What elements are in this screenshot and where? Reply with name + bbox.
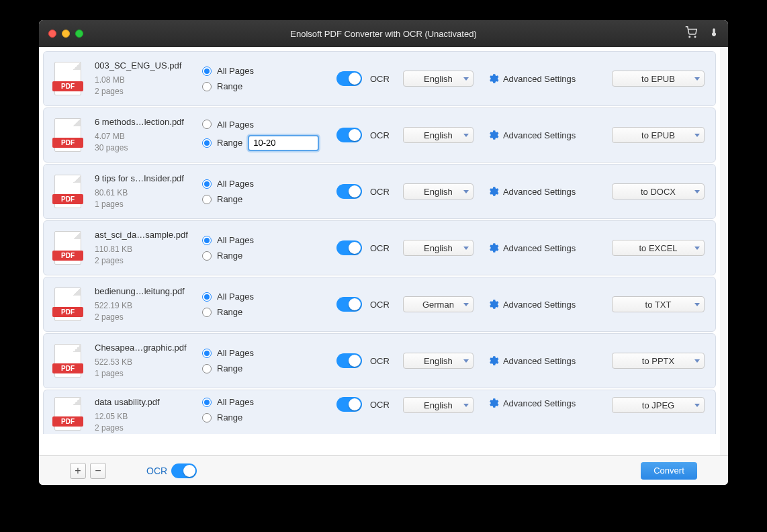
gear-icon [487,298,499,310]
file-list: PDF003_SC_ENG_US.pdf1.08 MB2 pagesAll Pa… [39,47,720,455]
file-row[interactable]: PDF003_SC_ENG_US.pdf1.08 MB2 pagesAll Pa… [43,51,716,106]
window-controls [48,30,83,38]
file-size: 522.53 KB [95,357,189,368]
advanced-settings-button[interactable]: Advanced Settings [487,355,576,367]
file-name: Chesapea…graphic.pdf [95,343,189,353]
app-window: Enolsoft PDF Converter with OCR (Unactiv… [39,20,728,485]
all-pages-radio[interactable] [202,398,212,407]
advanced-label: Advanced Settings [503,187,576,197]
file-row[interactable]: PDFChesapea…graphic.pdf522.53 KB1 pagesA… [43,333,716,388]
scrollbar[interactable] [720,47,728,455]
content-area: PDF003_SC_ENG_US.pdf1.08 MB2 pagesAll Pa… [39,47,728,455]
file-meta: data usability.pdf12.05 KB2 pages [95,397,189,434]
all-pages-radio[interactable] [202,292,212,302]
ocr-label: OCR [370,356,390,366]
file-meta: bedienung…leitung.pdf522.19 KB2 pages [95,286,189,323]
advanced-settings-button[interactable]: Advanced Settings [487,397,576,409]
pdf-badge: PDF [52,194,83,204]
file-row[interactable]: PDF9 tips for s…Insider.pdf80.61 KB1 pag… [43,164,716,219]
cart-icon[interactable] [685,26,697,41]
language-select[interactable]: English [403,127,473,143]
format-select[interactable]: to EPUB [612,71,705,87]
zoom-window-button[interactable] [75,30,83,38]
format-select[interactable]: to DOCX [612,183,705,200]
remove-file-button[interactable]: − [90,463,106,479]
file-meta: 6 methods…lection.pdf4.07 MB30 pages [95,117,189,154]
range-radio[interactable] [202,82,212,91]
format-select[interactable]: to EPUB [612,127,705,143]
advanced-label: Advanced Settings [503,398,576,408]
ocr-toggle[interactable] [336,184,362,199]
range-radio[interactable] [202,251,212,261]
advanced-label: Advanced Settings [503,300,576,310]
gear-icon [487,185,499,197]
advanced-settings-button[interactable]: Advanced Settings [487,129,576,141]
format-select[interactable]: to TXT [612,296,705,312]
all-pages-radio[interactable] [202,120,212,129]
all-pages-label: All Pages [217,66,254,76]
page-selection: All PagesRange [202,66,323,91]
all-pages-radio[interactable] [202,179,212,189]
ocr-group: OCR [336,353,390,368]
add-file-button[interactable]: + [70,463,86,479]
file-name: 003_SC_ENG_US.pdf [95,60,189,71]
format-select[interactable]: to EXCEL [612,240,705,256]
file-row[interactable]: PDFbedienung…leitung.pdf522.19 KB2 pages… [43,277,716,332]
global-ocr-toggle[interactable] [171,463,197,478]
footer-toolbar: + − OCR Convert [39,455,728,485]
language-select[interactable]: German [403,296,473,312]
all-pages-label: All Pages [217,348,254,358]
file-row[interactable]: PDFast_sci_da…sample.pdf110.81 KB2 pages… [43,220,716,275]
all-pages-label: All Pages [217,120,254,130]
advanced-settings-button[interactable]: Advanced Settings [487,185,576,197]
page-selection: All PagesRange [202,348,323,373]
language-select[interactable]: English [403,240,473,256]
ocr-toggle[interactable] [336,297,362,312]
all-pages-radio[interactable] [202,66,212,76]
range-input[interactable] [248,135,319,151]
file-meta: ast_sci_da…sample.pdf110.81 KB2 pages [95,230,189,267]
language-select[interactable]: English [403,183,473,200]
file-pages: 30 pages [95,142,189,154]
pdf-file-icon: PDF [54,287,81,321]
ocr-toggle[interactable] [336,71,362,86]
language-select[interactable]: English [403,71,473,87]
range-radio[interactable] [202,138,212,148]
language-select[interactable]: English [403,397,473,413]
all-pages-label: All Pages [217,292,254,302]
file-row[interactable]: PDF6 methods…lection.pdf4.07 MB30 pagesA… [43,107,716,163]
format-select[interactable]: to PPTX [612,353,705,369]
range-radio[interactable] [202,308,212,317]
advanced-settings-button[interactable]: Advanced Settings [487,73,576,85]
gear-icon [487,397,499,409]
close-window-button[interactable] [48,30,56,38]
ocr-toggle[interactable] [336,128,362,142]
ocr-toggle[interactable] [336,353,362,368]
file-name: bedienung…leitung.pdf [95,286,189,296]
ocr-toggle[interactable] [336,240,362,255]
file-name: 9 tips for s…Insider.pdf [95,173,189,183]
file-row[interactable]: PDFdata usability.pdf12.05 KB2 pagesAll … [43,390,716,434]
range-radio[interactable] [202,413,212,423]
ocr-toggle[interactable] [336,397,362,412]
file-pages: 2 pages [95,255,189,267]
advanced-settings-button[interactable]: Advanced Settings [487,242,576,254]
language-select[interactable]: English [403,353,473,369]
all-pages-radio[interactable] [202,236,212,245]
file-pages: 2 pages [95,312,189,323]
convert-button[interactable]: Convert [641,462,697,480]
thermometer-icon[interactable] [709,27,719,40]
ocr-group: OCR [336,71,390,86]
advanced-settings-button[interactable]: Advanced Settings [487,298,576,310]
window-title: Enolsoft PDF Converter with OCR (Unactiv… [39,29,728,39]
advanced-label: Advanced Settings [503,243,576,253]
all-pages-label: All Pages [217,397,254,407]
format-select[interactable]: to JPEG [612,397,705,413]
range-radio[interactable] [202,364,212,373]
gear-icon [487,129,499,141]
minimize-window-button[interactable] [62,30,70,38]
all-pages-radio[interactable] [202,349,212,358]
range-label: Range [217,81,242,91]
range-radio[interactable] [202,195,212,204]
file-size: 12.05 KB [95,411,189,423]
